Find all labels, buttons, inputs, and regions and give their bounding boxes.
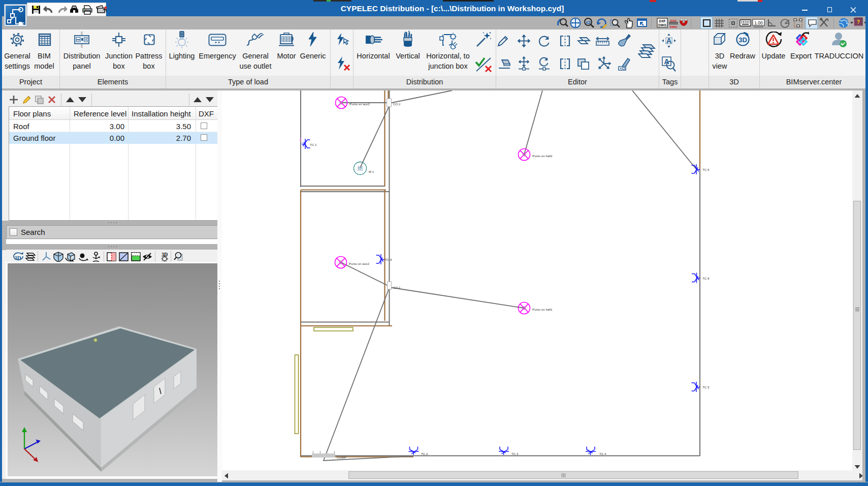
svg-text:Punto en aux2: Punto en aux2 (349, 262, 369, 265)
svg-text:TC 5: TC 5 (702, 385, 710, 389)
svg-text:?: ? (857, 19, 860, 25)
svg-text:A: A (666, 37, 671, 45)
svg-text:CGMP: CGMP (337, 455, 346, 459)
svg-text:CO 1: CO 1 (393, 286, 401, 289)
svg-text:x2: x2 (586, 20, 591, 25)
svg-text:DWG: DWG (669, 25, 677, 28)
svg-text:TC 8: TC 8 (702, 277, 710, 280)
svg-text:TC 2: TC 2 (421, 452, 428, 455)
svg-text:Punto en hall2: Punto en hall2 (532, 154, 553, 158)
svg-text:TC 9: TC 9 (385, 258, 392, 261)
svg-text:1.00: 1.00 (754, 20, 763, 25)
svg-text:CO 2: CO 2 (393, 102, 401, 106)
svg-text:DWG: DWG (658, 23, 666, 27)
svg-text:TC 6: TC 6 (702, 168, 710, 171)
svg-text:DXF: DXF (659, 19, 666, 23)
svg-text:3D: 3D (14, 255, 21, 261)
svg-text:TC 3: TC 3 (511, 452, 519, 455)
svg-text:Punto en aux2: Punto en aux2 (349, 102, 370, 106)
svg-text:TC 1: TC 1 (310, 143, 317, 146)
svg-text:DXF: DXF (670, 19, 677, 22)
svg-text:M: M (358, 165, 363, 172)
svg-text:Punto en hall1: Punto en hall1 (532, 308, 553, 311)
svg-text:3D: 3D (738, 36, 747, 44)
svg-text:M 1: M 1 (369, 170, 374, 173)
svg-text:TC 4: TC 4 (599, 452, 606, 455)
